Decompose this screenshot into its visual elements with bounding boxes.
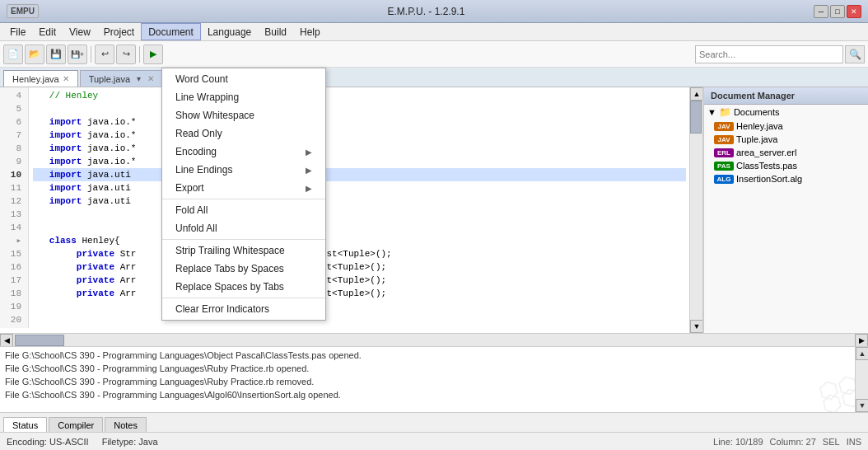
tab-notes[interactable]: Notes (105, 417, 147, 432)
code-line: class Henley{ (33, 234, 686, 247)
hscroll-right-button[interactable]: ▶ (855, 334, 868, 347)
tab-compiler[interactable]: Compiler (49, 417, 103, 432)
tab-tuple-java[interactable]: Tuple.java ▾ ✕ (80, 70, 163, 87)
code-line (33, 300, 686, 313)
ins-mode: INS (847, 437, 861, 447)
menu-export[interactable]: Export ▶ (162, 179, 325, 197)
scroll-up-button[interactable]: ▲ (690, 87, 703, 101)
encoding-status: Encoding: US-ASCII (7, 437, 89, 447)
line-number: 18 (3, 287, 25, 300)
search-input[interactable] (695, 45, 843, 63)
menu-view[interactable]: View (63, 23, 97, 40)
submenu-arrow: ▶ (306, 184, 312, 193)
menu-clear-errors[interactable]: Clear Error Indicators (162, 300, 325, 318)
search-icon-button[interactable]: 🔍 (845, 45, 865, 63)
run-button[interactable]: ▶ (143, 45, 163, 64)
tab-arrow[interactable]: ▾ (133, 73, 144, 85)
line-number: 19 (3, 300, 25, 313)
file-area-server-erl[interactable]: ERL area_server.erl (704, 146, 868, 159)
file-badge: ERL (714, 148, 734, 157)
menu-read-only[interactable]: Read Only (162, 124, 325, 143)
menu-edit[interactable]: Edit (32, 23, 63, 40)
menu-build[interactable]: Build (258, 23, 293, 40)
menu-word-count[interactable]: Word Count (162, 70, 325, 88)
code-line: import java.io.* (33, 155, 686, 168)
close-button[interactable]: ✕ (847, 5, 861, 18)
code-line: import java.uti (33, 195, 686, 208)
undo-button[interactable]: ↩ (95, 45, 114, 64)
tabbar: Henley.java ✕ Tuple.java ▾ ✕ are... ✕ In… (0, 68, 868, 87)
close-icon[interactable]: ✕ (147, 74, 154, 83)
menu-encoding[interactable]: Encoding ▶ (162, 143, 325, 161)
close-icon[interactable]: ✕ (63, 74, 69, 83)
line-number: 11 (3, 181, 25, 195)
toolbar-separator-2 (139, 46, 140, 63)
code-line: import java.uti (33, 181, 686, 195)
menu-line-endings[interactable]: Line Endings ▶ (162, 161, 325, 179)
document-manager-title: Document Manager (704, 87, 868, 105)
status-right: Line: 10/189 Column: 27 SEL INS (713, 437, 861, 447)
save-all-button[interactable]: 💾+ (68, 45, 87, 64)
file-label: ClassTests.pas (736, 161, 797, 171)
file-label: Henley.java (736, 121, 783, 131)
file-tuple-java[interactable]: JAV Tuple.java (704, 133, 868, 146)
tab-henley-java[interactable]: Henley.java ✕ (3, 70, 78, 87)
line-numbers: 4 5 6 7 8 9 10 11 12 13 14 ▸ 15 16 17 18… (0, 87, 29, 328)
line-number: 20 (3, 313, 25, 326)
menu-file[interactable]: File (3, 23, 32, 40)
menu-fold-all[interactable]: Fold All (162, 201, 325, 219)
menu-line-wrapping[interactable]: Line Wrapping (162, 88, 325, 106)
submenu-arrow: ▶ (306, 148, 312, 157)
menu-replace-spaces-tabs[interactable]: Replace Spaces by Tabs (162, 278, 325, 296)
file-henley-java[interactable]: JAV Henley.java (704, 120, 868, 133)
scroll-down-button[interactable]: ▼ (690, 320, 703, 333)
hscroll-thumb[interactable] (15, 335, 64, 346)
tab-label: Tuple.java (89, 74, 130, 84)
menu-help[interactable]: Help (293, 23, 327, 40)
main-area: 4 5 6 7 8 9 10 11 12 13 14 ▸ 15 16 17 18… (0, 87, 868, 333)
line-number: 8 (3, 142, 25, 155)
redo-button[interactable]: ↪ (116, 45, 136, 64)
scroll-thumb[interactable] (690, 101, 702, 134)
file-class-tests-pas[interactable]: PAS ClassTests.pas (704, 159, 868, 172)
menubar: File Edit View Project Document Language… (0, 23, 868, 41)
folder-icon: 📁 (719, 106, 731, 118)
save-button[interactable]: 💾 (46, 45, 66, 64)
hscroll-left-button[interactable]: ◀ (0, 334, 13, 347)
file-insertion-sort-alg[interactable]: ALG InsertionSort.alg (704, 172, 868, 185)
vertical-scrollbar[interactable]: ▲ ▼ (689, 87, 702, 333)
code-line (33, 102, 686, 115)
tab-status[interactable]: Status (3, 417, 47, 432)
menu-show-whitespace[interactable]: Show Whitespace (162, 106, 325, 124)
menu-strip-trailing[interactable]: Strip Trailing Whitespace (162, 241, 325, 260)
sel-mode: SEL (823, 437, 840, 447)
code-editor[interactable]: // Henley import java.io.* import java.i… (30, 87, 689, 333)
document-dropdown-menu: Word Count Line Wrapping Show Whitespace… (161, 68, 326, 321)
code-line (33, 221, 686, 234)
horizontal-scrollbar[interactable]: ◀ ▶ (0, 333, 868, 346)
code-line: import java.io.* (33, 129, 686, 142)
menu-language[interactable]: Language (201, 23, 258, 40)
hscroll-track[interactable] (13, 334, 855, 347)
menu-replace-tabs-spaces[interactable]: Replace Tabs by Spaces (162, 260, 325, 278)
expand-icon: ▼ (707, 107, 716, 117)
menu-unfold-all[interactable]: Unfold All (162, 219, 325, 237)
tree-root[interactable]: ▼ 📁 Documents (704, 105, 868, 120)
editor-area[interactable]: 4 5 6 7 8 9 10 11 12 13 14 ▸ 15 16 17 18… (0, 87, 703, 333)
scroll-track[interactable] (690, 101, 702, 320)
log-scroll-down[interactable]: ▼ (856, 399, 868, 412)
line-number: 12 (3, 195, 25, 208)
menu-project[interactable]: Project (97, 23, 141, 40)
maximize-button[interactable]: □ (830, 5, 845, 18)
open-button[interactable]: 📂 (25, 45, 44, 64)
log-scroll-track (856, 360, 868, 399)
file-label: InsertionSort.alg (736, 174, 802, 184)
code-line: private Arr rrayList<Tuple>(); (33, 260, 686, 274)
line-number: 5 (3, 102, 25, 115)
minimize-button[interactable]: ─ (814, 5, 828, 18)
log-scroll-up[interactable]: ▲ (856, 347, 868, 360)
toolbar: 📄 📂 💾 💾+ ↩ ↪ ▶ 🔍 (0, 41, 868, 68)
new-button[interactable]: 📄 (3, 45, 23, 64)
menu-document[interactable]: Document (141, 23, 201, 40)
log-scrollbar[interactable]: ▲ ▼ (855, 347, 868, 412)
